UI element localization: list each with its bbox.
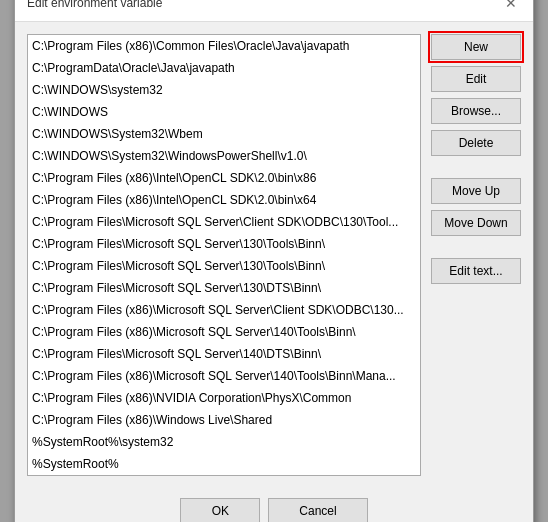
title-bar: Edit environment variable ✕ (15, 0, 533, 22)
list-item[interactable]: C:\Program Files (x86)\Intel\OpenCL SDK\… (28, 167, 420, 189)
list-item[interactable]: C:\WINDOWS\system32 (28, 79, 420, 101)
list-item[interactable]: C:\Program Files (x86)\Microsoft SQL Ser… (28, 299, 420, 321)
env-var-list[interactable]: C:\Program Files (x86)\Common Files\Orac… (27, 34, 421, 476)
delete-button[interactable]: Delete (431, 130, 521, 156)
list-item[interactable]: C:\Program Files\Microsoft SQL Server\14… (28, 343, 420, 365)
list-item[interactable]: %SystemRoot% (28, 453, 420, 475)
dialog-content: C:\Program Files (x86)\Common Files\Orac… (15, 22, 533, 488)
list-item[interactable]: C:\Program Files (x86)\Intel\OpenCL SDK\… (28, 189, 420, 211)
list-item[interactable]: C:\Program Files (x86)\NVIDIA Corporatio… (28, 387, 420, 409)
move-up-button[interactable]: Move Up (431, 178, 521, 204)
edit-text-button[interactable]: Edit text... (431, 258, 521, 284)
list-item[interactable]: C:\Program Files (x86)\Microsoft SQL Ser… (28, 365, 420, 387)
list-item[interactable]: C:\WINDOWS\System32\Wbem (28, 123, 420, 145)
list-item[interactable]: C:\Program Files\Microsoft SQL Server\13… (28, 255, 420, 277)
list-item[interactable]: C:\Program Files (x86)\Windows Live\Shar… (28, 409, 420, 431)
list-item[interactable]: C:\Program Files (x86)\Microsoft SQL Ser… (28, 321, 420, 343)
list-item[interactable]: C:\Program Files (x86)\Common Files\Orac… (28, 35, 420, 57)
dialog-footer: OK Cancel (15, 488, 533, 523)
list-item[interactable]: C:\WINDOWS (28, 101, 420, 123)
list-item[interactable]: C:\Program Files\Microsoft SQL Server\13… (28, 233, 420, 255)
list-item[interactable]: C:\WINDOWS\System32\WindowsPowerShell\v1… (28, 145, 420, 167)
dialog-title: Edit environment variable (27, 0, 162, 10)
close-button[interactable]: ✕ (501, 0, 521, 13)
buttons-panel: New Edit Browse... Delete Move Up Move D… (431, 34, 521, 476)
list-item[interactable]: %SystemRoot%\system32 (28, 431, 420, 453)
list-item[interactable]: C:\Program Files\Microsoft SQL Server\13… (28, 277, 420, 299)
browse-button[interactable]: Browse... (431, 98, 521, 124)
list-item[interactable]: C:\Program Files\Microsoft SQL Server\Cl… (28, 211, 420, 233)
ok-button[interactable]: OK (180, 498, 260, 523)
edit-env-dialog: Edit environment variable ✕ C:\Program F… (14, 0, 534, 522)
cancel-button[interactable]: Cancel (268, 498, 367, 523)
edit-button[interactable]: Edit (431, 66, 521, 92)
move-down-button[interactable]: Move Down (431, 210, 521, 236)
list-item[interactable]: C:\ProgramData\Oracle\Java\javapath (28, 57, 420, 79)
new-button[interactable]: New (431, 34, 521, 60)
